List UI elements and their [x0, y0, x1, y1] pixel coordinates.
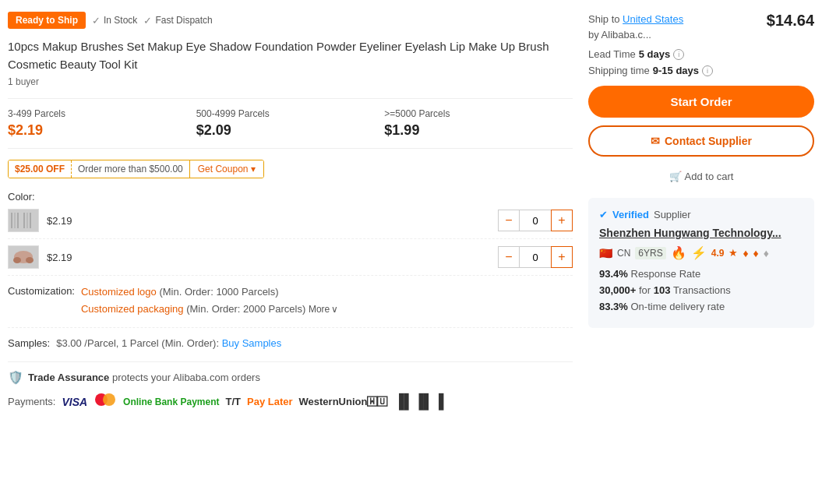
diamond-icon-2: ♦	[753, 247, 759, 259]
svg-rect-3	[20, 213, 22, 228]
western-union-icon: WesternUnion🅆🅄	[299, 396, 388, 407]
contact-supplier-button[interactable]: ✉ Contact Supplier	[588, 125, 814, 157]
add-to-cart-button[interactable]: 🛒 Add to cart	[588, 164, 814, 189]
price-col-3: >=5000 Parcels $1.99	[384, 108, 573, 139]
svg-rect-7	[33, 213, 34, 228]
lead-time-row: Lead Time 5 days i	[588, 48, 814, 60]
customized-packaging-link[interactable]: Customized packaging	[81, 303, 184, 315]
payments-row: Payments: VISA Online Bank Payment T/T P…	[8, 393, 573, 411]
svg-rect-5	[26, 213, 28, 228]
ship-to-info: Ship to United States by Alibaba.c...	[588, 12, 683, 42]
buyer-count: 1 buyer	[8, 76, 573, 87]
samples-info: $3.00 /Parcel, 1 Parcel (Min. Order): Bu…	[56, 337, 281, 349]
rating-value: 4.9	[711, 248, 725, 259]
qty-plus-2[interactable]: +	[551, 246, 573, 268]
ready-to-ship-badge: Ready to Ship	[8, 12, 86, 29]
payments-label: Payments:	[8, 396, 55, 407]
color-label: Color:	[8, 191, 573, 203]
price-range-1: 3-499 Parcels	[8, 108, 196, 119]
item-thumbnail-1	[8, 209, 39, 232]
customized-logo-link[interactable]: Customized logo	[81, 286, 157, 298]
price-value-2: $2.09	[196, 122, 385, 139]
color-options: $2.19 − + $2.19 −	[8, 209, 573, 276]
mastercard-icon	[93, 393, 117, 411]
qty-plus-1[interactable]: +	[551, 210, 573, 231]
verified-checkmark-icon: ✔	[599, 209, 608, 220]
qty-minus-2[interactable]: −	[498, 246, 520, 268]
get-coupon-button[interactable]: Get Coupon ▾	[189, 160, 263, 178]
ship-row: Ship to United States by Alibaba.c... $1…	[588, 12, 814, 42]
qty-controls-2: − +	[498, 246, 573, 268]
years-badge: 6YRS	[635, 247, 665, 259]
chevron-down-icon: ▾	[251, 164, 256, 174]
item-row-2: $2.19 − +	[8, 245, 573, 276]
coupon-bar: $25.00 OFF Order more than $500.00 Get C…	[8, 160, 264, 178]
svg-point-12	[103, 393, 115, 406]
country-code: CN	[617, 248, 630, 259]
price-range-2: 500-4999 Parcels	[196, 108, 385, 119]
item-price-1: $2.19	[47, 215, 490, 227]
qty-controls-1: − +	[498, 210, 573, 231]
price-table: 3-499 Parcels $2.19 500-4999 Parcels $2.…	[8, 98, 573, 149]
response-rate-row: 93.4% Response Rate	[599, 268, 803, 280]
price-range-3: >=5000 Parcels	[384, 108, 573, 119]
svg-point-10	[26, 257, 34, 263]
trade-assurance-text: Trade Assurance protects your Alibaba.co…	[28, 372, 260, 383]
qty-input-1[interactable]	[520, 210, 551, 231]
check-circle-icon2: ✓	[143, 15, 152, 26]
ship-info: Ship to United States by Alibaba.c... $1…	[588, 12, 814, 76]
shipping-price: $14.64	[767, 12, 814, 30]
svg-rect-6	[30, 213, 31, 228]
svg-rect-0	[11, 213, 12, 228]
separator	[8, 361, 573, 362]
customization-details: Customized logo (Min. Order: 1000 Parcel…	[81, 284, 338, 318]
tt-payment-icon: T/T	[225, 396, 241, 407]
coupon-off: $25.00 OFF	[9, 160, 72, 178]
coupon-condition: Order more than $500.00	[72, 160, 189, 178]
svg-point-9	[13, 257, 21, 263]
diamond-icon-3: ♦	[764, 247, 769, 259]
mail-icon: ✉	[651, 135, 660, 147]
price-value-1: $2.19	[8, 122, 196, 139]
delivery-rate-row: 83.3% On-time delivery rate	[599, 301, 803, 312]
shipping-time-row: Shipping time 9-15 days i	[588, 65, 814, 76]
qty-input-2[interactable]	[520, 246, 551, 268]
item-price-2: $2.19	[47, 252, 490, 263]
shipping-time-info-icon[interactable]: i	[702, 65, 713, 76]
supplier-name[interactable]: Shenzhen Hungwang Technology...	[599, 227, 803, 239]
in-stock-badge: ✓ In Stock	[92, 15, 137, 26]
buy-samples-link[interactable]: Buy Samples	[222, 337, 282, 349]
trade-assurance-row: 🛡️ Trade Assurance protects your Alibaba…	[8, 370, 573, 385]
supplier-meta: 🇨🇳 CN 6YRS 🔥 ⚡ 4.9 ★ ♦ ♦ ♦	[599, 245, 803, 260]
samples-label: Samples:	[8, 337, 50, 349]
fast-dispatch-badge: ✓ Fast Dispatch	[143, 15, 212, 26]
supplier-card: ✔ Verified Supplier Shenzhen Hungwang Te…	[588, 198, 814, 328]
ship-to-country-link[interactable]: United States	[623, 13, 683, 25]
chevron-down-icon2: ∨	[331, 301, 338, 317]
item-row-1: $2.19 − +	[8, 209, 573, 239]
pay-later-icon: Pay Later	[247, 396, 293, 407]
transactions-row: 30,000+ for 103 Transactions	[599, 284, 803, 296]
qty-minus-1[interactable]: −	[498, 210, 520, 231]
badge-icon-2: ⚡	[691, 245, 707, 260]
lead-time-info-icon[interactable]: i	[673, 49, 684, 60]
start-order-button[interactable]: Start Order	[588, 86, 814, 118]
star-icon: ★	[729, 247, 738, 259]
verified-row: ✔ Verified Supplier	[599, 209, 803, 220]
diamond-icon-1: ♦	[743, 247, 748, 259]
price-value-3: $1.99	[384, 122, 573, 139]
cart-icon: 🛒	[669, 171, 682, 182]
customization-row: Customization: Customized logo (Min. Ord…	[8, 284, 573, 328]
price-col-2: 500-4999 Parcels $2.09	[196, 108, 385, 139]
verified-label: Verified	[612, 209, 649, 220]
trade-assurance-icon: 🛡️	[8, 370, 23, 385]
online-bank-payment-icon: Online Bank Payment	[123, 397, 219, 407]
more-link[interactable]: More ∨	[309, 301, 338, 317]
item-thumbnail-2	[8, 245, 39, 269]
product-title: 10pcs Makup Brushes Set Makup Eye Shadow…	[8, 38, 573, 73]
visa-payment-icon: VISA	[62, 396, 87, 408]
barcode-icon: ▐▌▐▌▐	[393, 393, 443, 410]
svg-rect-1	[14, 213, 16, 228]
check-circle-icon: ✓	[92, 15, 101, 26]
svg-rect-2	[17, 213, 19, 228]
